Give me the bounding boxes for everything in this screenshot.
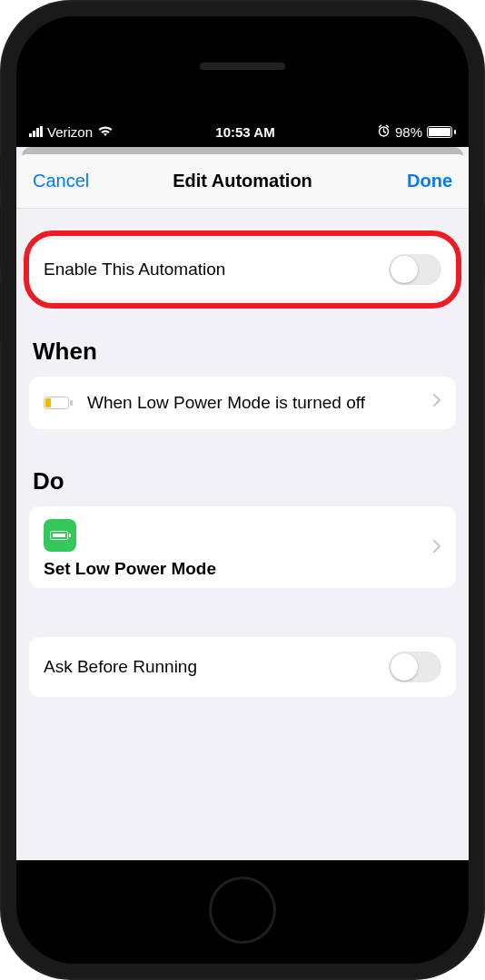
low-battery-icon xyxy=(44,395,74,411)
alarm-icon xyxy=(377,124,391,140)
ask-before-running-card: Ask Before Running xyxy=(29,637,456,697)
chevron-right-icon xyxy=(432,393,441,412)
home-button[interactable] xyxy=(209,877,276,944)
phone-frame: Verizon 10:53 AM 98% xyxy=(0,0,485,980)
when-card[interactable]: When Low Power Mode is turned off xyxy=(29,377,456,429)
enable-automation-label: Enable This Automation xyxy=(44,260,376,279)
app-screen: Cancel Edit Automation Done Enable This … xyxy=(16,147,469,860)
status-bar: Verizon 10:53 AM 98% xyxy=(16,116,469,147)
do-card[interactable]: Set Low Power Mode xyxy=(29,506,456,588)
do-section-title: Do xyxy=(33,467,456,495)
battery-icon xyxy=(427,126,456,138)
mute-switch xyxy=(0,154,1,189)
battery-percent-label: 98% xyxy=(395,124,422,140)
when-description: When Low Power Mode is turned off xyxy=(87,391,420,415)
cell-signal-icon xyxy=(29,126,43,137)
wifi-icon xyxy=(97,124,114,140)
enable-automation-card: Enable This Automation xyxy=(29,240,456,299)
when-section-title: When xyxy=(33,338,456,366)
volume-down-button xyxy=(0,281,1,343)
cancel-button[interactable]: Cancel xyxy=(33,171,89,191)
status-time: 10:53 AM xyxy=(215,124,274,140)
nav-bar: Cancel Edit Automation Done xyxy=(16,154,469,209)
do-action-title: Set Low Power Mode xyxy=(44,559,216,579)
done-button[interactable]: Done xyxy=(407,171,452,191)
edit-automation-modal: Cancel Edit Automation Done Enable This … xyxy=(16,154,469,860)
volume-up-button xyxy=(0,207,1,269)
ask-before-running-label: Ask Before Running xyxy=(44,657,376,677)
earpiece-area xyxy=(16,16,469,116)
carrier-label: Verizon xyxy=(47,124,93,140)
phone-screen: Verizon 10:53 AM 98% xyxy=(16,16,469,964)
ask-before-running-toggle[interactable] xyxy=(389,652,441,682)
modal-content: Enable This Automation When xyxy=(16,209,469,860)
earpiece-slot xyxy=(200,63,285,70)
chevron-right-icon xyxy=(432,539,441,558)
low-power-action-icon xyxy=(44,519,76,552)
enable-automation-toggle[interactable] xyxy=(389,254,441,285)
